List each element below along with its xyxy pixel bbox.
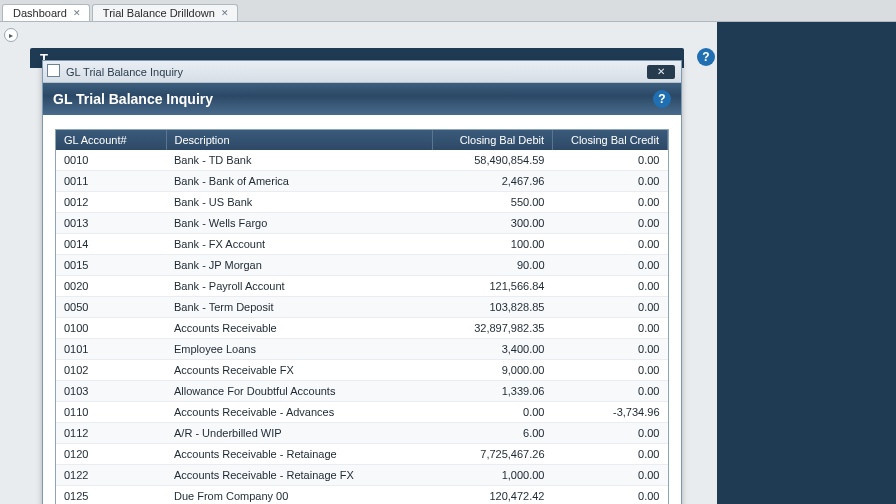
cell-gl-account: 0014 — [56, 234, 166, 255]
cell-description: Accounts Receivable - Advances — [166, 402, 433, 423]
cell-closing-debit: 1,000.00 — [433, 465, 553, 486]
table-row[interactable]: 0122Accounts Receivable - Retainage FX1,… — [56, 465, 668, 486]
cell-description: Accounts Receivable - Retainage — [166, 444, 433, 465]
cell-closing-credit: 0.00 — [553, 276, 668, 297]
cell-closing-debit: 9,000.00 — [433, 360, 553, 381]
cell-closing-credit: 0.00 — [553, 171, 668, 192]
help-icon[interactable]: ? — [697, 48, 715, 66]
cell-closing-debit: 300.00 — [433, 213, 553, 234]
cell-gl-account: 0102 — [56, 360, 166, 381]
cell-description: Bank - TD Bank — [166, 150, 433, 171]
grid-header-row: GL Account# Description Closing Bal Debi… — [56, 130, 668, 150]
window-icon — [49, 66, 60, 77]
cell-gl-account: 0100 — [56, 318, 166, 339]
table-row[interactable]: 0050Bank - Term Deposit103,828.850.00 — [56, 297, 668, 318]
cell-closing-debit: 58,490,854.59 — [433, 150, 553, 171]
tab-label: Trial Balance Drilldown — [103, 7, 215, 19]
table-row[interactable]: 0120Accounts Receivable - Retainage7,725… — [56, 444, 668, 465]
cell-closing-credit: -3,734.96 — [553, 402, 668, 423]
grid-container: GL Account# Description Closing Bal Debi… — [55, 129, 669, 504]
help-icon[interactable]: ? — [653, 90, 671, 108]
grid-scroll-area[interactable]: GL Account# Description Closing Bal Debi… — [56, 130, 668, 504]
close-icon[interactable]: ✕ — [73, 8, 81, 18]
col-header-description[interactable]: Description — [166, 130, 433, 150]
dialog-titlebar-text: GL Trial Balance Inquiry — [66, 66, 183, 78]
cell-closing-credit: 0.00 — [553, 360, 668, 381]
tab-strip: Dashboard ✕ Trial Balance Drilldown ✕ — [0, 0, 896, 22]
cell-gl-account: 0110 — [56, 402, 166, 423]
cell-gl-account: 0112 — [56, 423, 166, 444]
tab-dashboard[interactable]: Dashboard ✕ — [2, 4, 90, 21]
cell-closing-debit: 121,566.84 — [433, 276, 553, 297]
dialog-titlebar[interactable]: GL Trial Balance Inquiry ✕ — [43, 61, 681, 83]
cell-description: Bank - US Bank — [166, 192, 433, 213]
cell-closing-credit: 0.00 — [553, 465, 668, 486]
cell-gl-account: 0012 — [56, 192, 166, 213]
cell-closing-credit: 0.00 — [553, 234, 668, 255]
col-header-closing-debit[interactable]: Closing Bal Debit — [433, 130, 553, 150]
cell-description: Bank - JP Morgan — [166, 255, 433, 276]
close-icon[interactable]: ✕ — [221, 8, 229, 18]
table-row[interactable]: 0012Bank - US Bank550.000.00 — [56, 192, 668, 213]
cell-closing-debit: 2,467.96 — [433, 171, 553, 192]
cell-description: Employee Loans — [166, 339, 433, 360]
cell-closing-credit: 0.00 — [553, 423, 668, 444]
cell-closing-debit: 90.00 — [433, 255, 553, 276]
left-pane: ▸ T ? GL Trial Balance Inquiry ✕ GL Tria… — [0, 22, 720, 504]
cell-description: Accounts Receivable — [166, 318, 433, 339]
cell-closing-debit: 0.00 — [433, 402, 553, 423]
cell-closing-debit: 32,897,982.35 — [433, 318, 553, 339]
table-row[interactable]: 0010Bank - TD Bank58,490,854.590.00 — [56, 150, 668, 171]
cell-closing-debit: 1,339.06 — [433, 381, 553, 402]
cell-description: Due From Company 00 — [166, 486, 433, 505]
cell-closing-credit: 0.00 — [553, 486, 668, 505]
tab-label: Dashboard — [13, 7, 67, 19]
cell-gl-account: 0011 — [56, 171, 166, 192]
tab-trial-balance-drilldown[interactable]: Trial Balance Drilldown ✕ — [92, 4, 238, 21]
trial-balance-grid: GL Account# Description Closing Bal Debi… — [56, 130, 668, 504]
expand-sidebar-button[interactable]: ▸ — [4, 28, 18, 42]
table-row[interactable]: 0100Accounts Receivable32,897,982.350.00 — [56, 318, 668, 339]
cell-gl-account: 0013 — [56, 213, 166, 234]
table-row[interactable]: 0103Allowance For Doubtful Accounts1,339… — [56, 381, 668, 402]
cell-description: Allowance For Doubtful Accounts — [166, 381, 433, 402]
cell-closing-debit: 550.00 — [433, 192, 553, 213]
cell-closing-credit: 0.00 — [553, 339, 668, 360]
cell-description: A/R - Underbilled WIP — [166, 423, 433, 444]
cell-gl-account: 0015 — [56, 255, 166, 276]
table-row[interactable]: 0013Bank - Wells Fargo300.000.00 — [56, 213, 668, 234]
cell-closing-credit: 0.00 — [553, 150, 668, 171]
cell-gl-account: 0125 — [56, 486, 166, 505]
cell-gl-account: 0120 — [56, 444, 166, 465]
dialog-header-text: GL Trial Balance Inquiry — [53, 91, 213, 107]
cell-gl-account: 0020 — [56, 276, 166, 297]
table-row[interactable]: 0020Bank - Payroll Account121,566.840.00 — [56, 276, 668, 297]
table-row[interactable]: 0011Bank - Bank of America2,467.960.00 — [56, 171, 668, 192]
table-row[interactable]: 0110Accounts Receivable - Advances0.00-3… — [56, 402, 668, 423]
cell-closing-debit: 3,400.00 — [433, 339, 553, 360]
col-header-gl-account[interactable]: GL Account# — [56, 130, 166, 150]
table-row[interactable]: 0101Employee Loans3,400.000.00 — [56, 339, 668, 360]
cell-closing-credit: 0.00 — [553, 192, 668, 213]
table-row[interactable]: 0112A/R - Underbilled WIP6.000.00 — [56, 423, 668, 444]
workspace: ▸ T ? GL Trial Balance Inquiry ✕ GL Tria… — [0, 22, 896, 504]
cell-gl-account: 0103 — [56, 381, 166, 402]
cell-closing-credit: 0.00 — [553, 318, 668, 339]
cell-gl-account: 0050 — [56, 297, 166, 318]
dialog-header: GL Trial Balance Inquiry ? — [43, 83, 681, 115]
table-row[interactable]: 0015Bank - JP Morgan90.000.00 — [56, 255, 668, 276]
table-row[interactable]: 0125Due From Company 00120,472.420.00 — [56, 486, 668, 505]
cell-description: Bank - Wells Fargo — [166, 213, 433, 234]
dialog-close-button[interactable]: ✕ — [647, 65, 675, 79]
cell-closing-debit: 6.00 — [433, 423, 553, 444]
cell-gl-account: 0122 — [56, 465, 166, 486]
table-row[interactable]: 0102Accounts Receivable FX9,000.000.00 — [56, 360, 668, 381]
col-header-closing-credit[interactable]: Closing Bal Credit — [553, 130, 668, 150]
cell-closing-credit: 0.00 — [553, 444, 668, 465]
cell-closing-credit: 0.00 — [553, 381, 668, 402]
cell-gl-account: 0101 — [56, 339, 166, 360]
table-row[interactable]: 0014Bank - FX Account100.000.00 — [56, 234, 668, 255]
cell-description: Accounts Receivable - Retainage FX — [166, 465, 433, 486]
right-pane — [720, 22, 896, 504]
cell-closing-debit: 7,725,467.26 — [433, 444, 553, 465]
